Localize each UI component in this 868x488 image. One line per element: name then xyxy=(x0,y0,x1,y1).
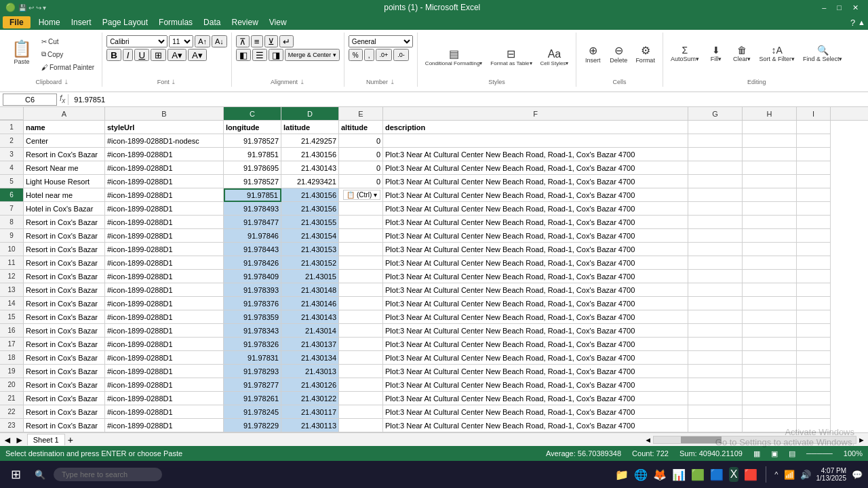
cell-E7[interactable] xyxy=(339,202,383,216)
align-bottom-btn[interactable]: ⊻ xyxy=(264,35,278,47)
formula-input[interactable] xyxy=(71,96,865,104)
cell-F2[interactable] xyxy=(383,134,688,148)
help-icon[interactable]: ? xyxy=(850,18,855,28)
cell-A17[interactable]: Resort in Cox's Bazar xyxy=(24,338,105,351)
cell-null4[interactable] xyxy=(743,161,797,175)
cell-B19[interactable]: #icon-1899-0288D1 xyxy=(105,365,224,378)
cell-A15[interactable]: Resort in Cox's Bazar xyxy=(24,310,105,324)
cell-B16[interactable]: #icon-1899-0288D1 xyxy=(105,324,224,338)
row-num-10[interactable]: 10 xyxy=(0,243,24,256)
cell-null14[interactable] xyxy=(743,297,797,310)
cell-C13[interactable]: 91.978393 xyxy=(224,283,281,297)
row-num-20[interactable]: 20 xyxy=(0,378,24,392)
cell-F13[interactable]: Plot:3 Near At Cultural Center New Beach… xyxy=(383,283,688,297)
cell-B23[interactable]: #icon-1899-0288D1 xyxy=(105,419,224,432)
cell-E4[interactable]: 0 xyxy=(339,161,383,175)
cell-F10[interactable]: Plot:3 Near At Cultural Center New Beach… xyxy=(383,243,688,256)
cell-null23[interactable] xyxy=(743,419,797,432)
sort-filter-btn[interactable]: ↕A Sort & Filter▾ xyxy=(755,37,798,70)
fill-color-btn[interactable]: A▾ xyxy=(167,49,186,61)
cell-A19[interactable]: Resort in Cox's Bazar xyxy=(24,365,105,378)
cell-null8[interactable] xyxy=(688,216,743,229)
cell-null18[interactable] xyxy=(743,351,797,365)
cell-null4[interactable] xyxy=(797,161,831,175)
row-num-7[interactable]: 7 xyxy=(0,202,24,216)
taskbar-file-explorer[interactable]: 📁 xyxy=(615,468,629,481)
cell-D6[interactable]: 21.430156 xyxy=(281,188,339,202)
cell-null9[interactable] xyxy=(688,229,743,243)
row-num-9[interactable]: 9 xyxy=(0,229,24,243)
row-num-23[interactable]: 23 xyxy=(0,419,24,432)
maximize-btn[interactable]: □ xyxy=(833,2,846,14)
row-num-16[interactable]: 16 xyxy=(0,324,24,338)
wrap-text-btn[interactable]: ↵ xyxy=(279,35,294,47)
cell-null22[interactable] xyxy=(743,405,797,419)
row-num-3[interactable]: 3 xyxy=(0,148,24,161)
cell-null14[interactable] xyxy=(688,297,743,310)
cut-button[interactable]: ✂ Cut xyxy=(38,35,98,47)
row-num-2[interactable]: 2 xyxy=(0,134,24,148)
paste-button[interactable]: 📋 Paste xyxy=(7,34,37,70)
cell-null8[interactable] xyxy=(743,216,797,229)
cell-C22[interactable]: 91.978245 xyxy=(224,405,281,419)
cell-D2[interactable]: 21.429257 xyxy=(281,134,339,148)
cell-F23[interactable]: Plot:3 Near At Cultural Center New Beach… xyxy=(383,419,688,432)
cell-F9[interactable]: Plot:3 Near At Cultural Center New Beach… xyxy=(383,229,688,243)
cell-D23[interactable]: 21.430113 xyxy=(281,419,339,432)
cell-D9[interactable]: 21.430154 xyxy=(281,229,339,243)
cell-null15[interactable] xyxy=(797,310,831,324)
border-btn[interactable]: ⊞ xyxy=(151,49,166,61)
cell-F21[interactable]: Plot:3 Near At Cultural Center New Beach… xyxy=(383,392,688,405)
cell-null2[interactable] xyxy=(797,134,831,148)
cell-A1[interactable]: name xyxy=(24,121,105,134)
italic-btn[interactable]: I xyxy=(123,49,134,61)
cell-A10[interactable]: Resort in Cox's Bazar xyxy=(24,243,105,256)
cell-D16[interactable]: 21.43014 xyxy=(281,324,339,338)
cell-null15[interactable] xyxy=(688,310,743,324)
col-header-E[interactable]: E xyxy=(339,107,383,120)
taskbar-excel[interactable]: X xyxy=(729,467,739,482)
cell-E18[interactable] xyxy=(339,351,383,365)
cell-D3[interactable]: 21.430156 xyxy=(281,148,339,161)
cell-D10[interactable]: 21.430153 xyxy=(281,243,339,256)
cell-A11[interactable]: Resort in Cox's Bazar xyxy=(24,256,105,270)
cell-D21[interactable]: 21.430122 xyxy=(281,392,339,405)
bold-btn[interactable]: B xyxy=(106,49,121,61)
cell-null12[interactable] xyxy=(688,270,743,283)
cell-null13[interactable] xyxy=(688,283,743,297)
add-sheet-btn[interactable]: + xyxy=(68,434,73,445)
cell-F17[interactable]: Plot:3 Near At Cultural Center New Beach… xyxy=(383,338,688,351)
cell-F14[interactable]: Plot:3 Near At Cultural Center New Beach… xyxy=(383,297,688,310)
taskbar-powerpoint[interactable]: 🟥 xyxy=(744,468,757,481)
col-header-H[interactable]: H xyxy=(743,107,797,120)
cell-D7[interactable]: 21.430156 xyxy=(281,202,339,216)
cell-B20[interactable]: #icon-1899-0288D1 xyxy=(105,378,224,392)
cell-D8[interactable]: 21.430155 xyxy=(281,216,339,229)
cell-A3[interactable]: Resort in Cox's Bazar xyxy=(24,148,105,161)
cell-E8[interactable] xyxy=(339,216,383,229)
cell-C20[interactable]: 91.978277 xyxy=(224,378,281,392)
row-num-15[interactable]: 15 xyxy=(0,310,24,324)
cell-C1[interactable]: longitude xyxy=(224,121,281,134)
taskbar-chrome[interactable]: 🌐 xyxy=(634,468,648,481)
cell-null6[interactable] xyxy=(797,188,831,202)
autosum-btn[interactable]: Σ AutoSum▾ xyxy=(667,37,703,70)
taskbar-app1[interactable]: 📊 xyxy=(672,468,686,481)
cell-D20[interactable]: 21.430126 xyxy=(281,378,339,392)
cell-E19[interactable] xyxy=(339,365,383,378)
cell-I1[interactable] xyxy=(797,121,831,134)
cell-D15[interactable]: 21.430143 xyxy=(281,310,339,324)
volume-icon[interactable]: 🔊 xyxy=(800,470,811,480)
cell-C15[interactable]: 91.978359 xyxy=(224,310,281,324)
cell-F3[interactable]: Plot:3 Near At Cultural Center New Beach… xyxy=(383,148,688,161)
cell-B9[interactable]: #icon-1899-0288D1 xyxy=(105,229,224,243)
cell-null7[interactable] xyxy=(688,202,743,216)
comma-btn[interactable]: , xyxy=(364,49,374,61)
cell-F16[interactable]: Plot:3 Near At Cultural Center New Beach… xyxy=(383,324,688,338)
cell-null20[interactable] xyxy=(743,378,797,392)
cell-B4[interactable]: #icon-1899-0288D1 xyxy=(105,161,224,175)
cell-null15[interactable] xyxy=(743,310,797,324)
cell-null2[interactable] xyxy=(688,134,743,148)
cell-C11[interactable]: 91.978426 xyxy=(224,256,281,270)
row-num-19[interactable]: 19 xyxy=(0,365,24,378)
